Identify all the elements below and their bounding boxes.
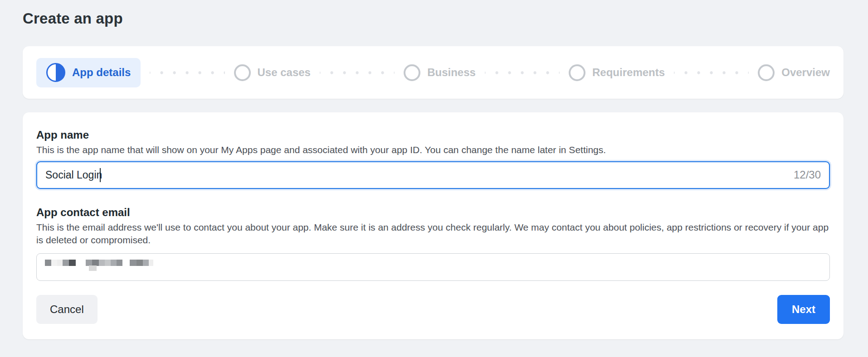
app-name-description: This is the app name that will show on y… [36, 144, 830, 156]
create-app-page: Create an app App details Use cases Busi… [0, 0, 868, 339]
step-use-cases[interactable]: Use cases [234, 64, 311, 81]
step-label-app-details: App details [72, 66, 131, 79]
form-actions-row: Cancel Next [36, 295, 830, 324]
app-name-field-group: App name This is the app name that will … [36, 129, 830, 189]
step-overview[interactable]: Overview [758, 64, 830, 81]
step-label-use-cases: Use cases [258, 66, 311, 79]
step-separator-dots [485, 71, 560, 74]
half-filled-progress-circle-icon [46, 63, 65, 82]
app-contact-email-label: App contact email [36, 206, 830, 219]
empty-circle-icon [758, 64, 775, 81]
app-contact-email-input[interactable] [36, 253, 830, 281]
app-name-input-wrap: 12/30 [36, 161, 830, 189]
step-business[interactable]: Business [404, 64, 476, 81]
next-button[interactable]: Next [777, 295, 830, 324]
app-details-form-card: App name This is the app name that will … [23, 112, 844, 339]
app-name-input[interactable] [36, 161, 830, 189]
step-label-business: Business [427, 66, 476, 79]
stepper-card: App details Use cases Business Requireme… [23, 46, 844, 99]
step-separator-dots [150, 71, 224, 74]
step-label-overview: Overview [781, 66, 830, 79]
app-name-char-counter: 12/30 [794, 169, 821, 181]
step-separator-dots [674, 71, 749, 74]
empty-circle-icon [234, 64, 251, 81]
cancel-button[interactable]: Cancel [36, 295, 98, 324]
step-label-requirements: Requirements [592, 66, 665, 79]
page-title: Create an app [23, 10, 844, 27]
step-separator-dots [320, 71, 395, 74]
step-app-details[interactable]: App details [36, 58, 141, 87]
app-contact-email-description: This is the email address we'll use to c… [36, 221, 830, 246]
app-contact-email-input-wrap [36, 253, 830, 281]
empty-circle-icon [404, 64, 420, 81]
step-requirements[interactable]: Requirements [569, 64, 665, 81]
empty-circle-icon [569, 64, 585, 81]
app-contact-email-field-group: App contact email This is the email addr… [36, 206, 830, 281]
text-cursor [100, 168, 101, 182]
app-name-label: App name [36, 129, 830, 141]
